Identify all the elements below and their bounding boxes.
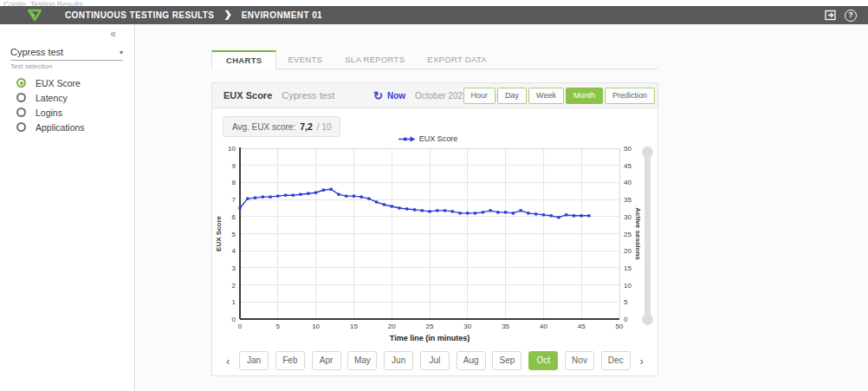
- month-sep-button[interactable]: Sep: [492, 351, 521, 370]
- slider-handle-top[interactable]: [642, 147, 653, 158]
- radio-icon: [16, 108, 26, 117]
- month-may-button[interactable]: May: [347, 351, 377, 370]
- svg-text:EUX Score: EUX Score: [215, 215, 223, 251]
- radio-icon: [16, 93, 26, 102]
- svg-text:50: 50: [624, 145, 632, 153]
- svg-text:15: 15: [350, 323, 358, 330]
- svg-text:0: 0: [232, 316, 236, 323]
- svg-text:25: 25: [624, 231, 632, 238]
- period-group: HourDayWeekMonthPrediction: [463, 88, 655, 104]
- app-header: CONTINUOUS TESTING RESULTS ❯ ENVIRONMENT…: [0, 6, 868, 24]
- sidebar-item-applications[interactable]: Applications: [0, 120, 134, 134]
- slider-handle-bottom[interactable]: [642, 314, 653, 325]
- test-select-label: Test selection: [10, 62, 52, 70]
- exit-fullscreen-icon[interactable]: [825, 10, 837, 21]
- svg-text:35: 35: [502, 323, 509, 330]
- test-select-value: Cypress test: [10, 47, 63, 57]
- avg-score-value: 7,2: [300, 121, 313, 132]
- legend-label: EUX Score: [419, 134, 458, 143]
- avg-score-max: / 10: [317, 122, 332, 132]
- svg-text:20: 20: [388, 323, 396, 330]
- month-feb-button[interactable]: Feb: [275, 351, 305, 370]
- svg-text:9: 9: [232, 162, 236, 170]
- app-window: Contin. Testing Results CONTINUOUS TESTI…: [0, 0, 868, 391]
- period-day-button[interactable]: Day: [497, 88, 527, 104]
- svg-text:35: 35: [624, 196, 632, 204]
- tab-export-data[interactable]: EXPORT DATA: [416, 50, 498, 68]
- sidebar-collapse-icon[interactable]: «: [110, 28, 116, 40]
- svg-text:10: 10: [312, 323, 320, 330]
- month-dec-button[interactable]: Dec: [601, 351, 631, 370]
- svg-text:10: 10: [624, 282, 632, 290]
- svg-text:3: 3: [232, 264, 236, 272]
- month-jan-button[interactable]: Jan: [239, 351, 269, 370]
- svg-text:40: 40: [624, 179, 632, 186]
- logo-triangle-icon: [27, 9, 42, 22]
- period-month-button[interactable]: Month: [566, 88, 603, 104]
- month-oct-button[interactable]: Oct: [528, 351, 558, 370]
- period-prediction-button[interactable]: Prediction: [605, 88, 655, 104]
- svg-text:8: 8: [232, 179, 236, 186]
- month-jul-button[interactable]: Jul: [420, 351, 450, 370]
- tab-bar: CHARTSEVENTSSLA REPORTSEXPORT DATA: [211, 49, 658, 69]
- chart-panel: EUX Score Cypress test ↻ Now October 202…: [211, 82, 658, 376]
- svg-text:0: 0: [624, 316, 628, 323]
- period-hour-button[interactable]: Hour: [463, 88, 496, 104]
- month-nov-button[interactable]: Nov: [565, 351, 594, 370]
- svg-text:10: 10: [228, 145, 236, 153]
- radio-icon: [16, 78, 26, 88]
- svg-text:25: 25: [426, 323, 434, 330]
- metric-radio-group: EUX ScoreLatencyLoginsApplications: [0, 75, 134, 134]
- svg-text:30: 30: [624, 213, 632, 221]
- sidebar-item-eux-score[interactable]: EUX Score: [0, 75, 134, 90]
- tab-events[interactable]: EVENTS: [276, 50, 334, 68]
- months-prev-button[interactable]: ‹: [223, 355, 232, 368]
- svg-text:45: 45: [578, 323, 586, 330]
- date-range-input[interactable]: October 2022: [415, 91, 468, 101]
- panel-metric-title: EUX Score: [223, 90, 272, 101]
- svg-text:15: 15: [624, 264, 632, 272]
- radio-label: Latency: [36, 93, 68, 103]
- eux-score-chart: 0123456789100510152025303540455005101520…: [212, 144, 644, 348]
- svg-text:30: 30: [463, 323, 471, 330]
- refresh-icon: ↻: [373, 90, 383, 101]
- refresh-label: Now: [387, 91, 405, 101]
- svg-text:6: 6: [232, 213, 236, 221]
- sidebar-item-latency[interactable]: Latency: [0, 90, 134, 105]
- sidebar-item-logins[interactable]: Logins: [0, 105, 134, 120]
- tab-sla-reports[interactable]: SLA REPORTS: [334, 50, 416, 68]
- tab-charts[interactable]: CHARTS: [211, 50, 276, 69]
- month-apr-button[interactable]: Apr: [312, 351, 341, 370]
- period-week-button[interactable]: Week: [528, 88, 564, 104]
- svg-text:4: 4: [232, 247, 236, 255]
- app-logo[interactable]: [27, 9, 42, 22]
- slider-track[interactable]: [645, 152, 651, 320]
- breadcrumb-app-title: CONTINUOUS TESTING RESULTS: [65, 10, 214, 20]
- svg-text:5: 5: [232, 231, 236, 238]
- main-content: CHARTSEVENTSSLA REPORTSEXPORT DATA EUX S…: [136, 24, 868, 391]
- sidebar: « Cypress test ▾ Test selection EUX Scor…: [0, 24, 135, 391]
- svg-text:2: 2: [232, 282, 236, 290]
- breadcrumb-environment: ENVIRONMENT 01: [242, 10, 322, 20]
- breadcrumb-chevron-icon: ❯: [223, 9, 231, 20]
- radio-label: EUX Score: [36, 78, 81, 88]
- svg-text:20: 20: [624, 247, 632, 255]
- svg-text:7: 7: [232, 196, 236, 204]
- month-jun-button[interactable]: Jun: [384, 351, 413, 370]
- svg-text:1: 1: [232, 298, 236, 306]
- refresh-now-button[interactable]: ↻ Now: [373, 90, 405, 101]
- svg-text:40: 40: [540, 323, 547, 330]
- help-icon[interactable]: ?: [845, 10, 857, 22]
- radio-icon: [16, 122, 26, 132]
- month-aug-button[interactable]: Aug: [457, 351, 486, 370]
- header-actions: ?: [825, 10, 857, 22]
- radio-label: Logins: [36, 108, 62, 118]
- legend-marker-icon: [398, 135, 416, 143]
- svg-text:50: 50: [616, 323, 624, 330]
- radio-label: Applications: [36, 122, 85, 133]
- test-select[interactable]: Cypress test ▾: [10, 47, 123, 61]
- month-strip: ‹JanFebAprMayJunJulAugSepOctNovDec›: [212, 350, 657, 371]
- months-next-button[interactable]: ›: [638, 355, 646, 368]
- svg-text:0: 0: [238, 323, 243, 330]
- active-sessions-slider: [642, 147, 653, 325]
